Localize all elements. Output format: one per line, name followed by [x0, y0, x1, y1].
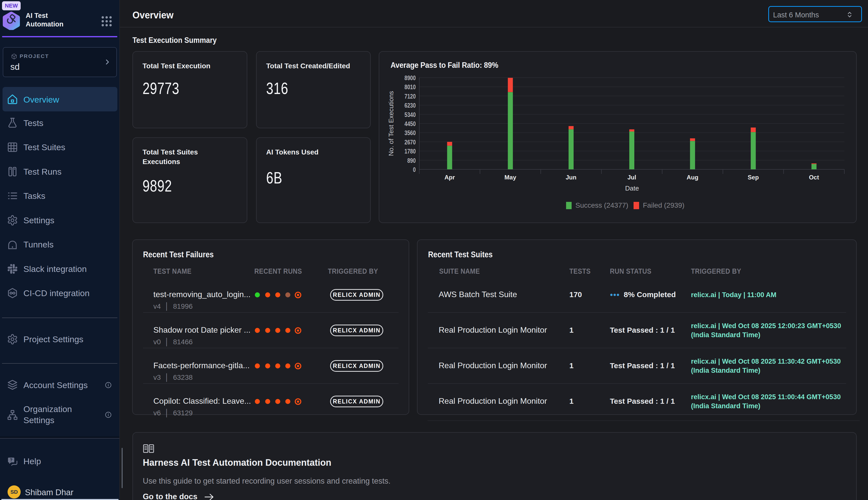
svg-text:Aug: Aug — [687, 174, 699, 181]
svg-text:1780: 1780 — [404, 148, 416, 155]
svg-text:No. of Test Executions: No. of Test Executions — [387, 91, 395, 156]
svg-text:Sep: Sep — [748, 174, 759, 181]
svg-text:Apr: Apr — [444, 174, 455, 181]
svg-text:Date: Date — [625, 184, 639, 192]
svg-text:2670: 2670 — [404, 139, 416, 146]
svg-text:Jul: Jul — [627, 174, 636, 181]
svg-text:8010: 8010 — [404, 83, 416, 90]
svg-text:Oct: Oct — [809, 174, 819, 181]
svg-text:Jun: Jun — [566, 174, 576, 181]
svg-text:890: 890 — [407, 157, 416, 164]
svg-text:0: 0 — [413, 166, 416, 173]
svg-text:3560: 3560 — [404, 129, 416, 136]
svg-text:8900: 8900 — [404, 74, 416, 81]
svg-text:Failed (2939): Failed (2939) — [643, 201, 684, 209]
svg-text:6230: 6230 — [404, 102, 416, 109]
svg-text:?: ? — [10, 457, 13, 463]
svg-text:May: May — [504, 174, 516, 181]
svg-text:7120: 7120 — [404, 93, 416, 100]
svg-text:4450: 4450 — [404, 120, 416, 127]
svg-text:5340: 5340 — [404, 111, 416, 118]
svg-text:Success (24377): Success (24377) — [575, 201, 628, 209]
